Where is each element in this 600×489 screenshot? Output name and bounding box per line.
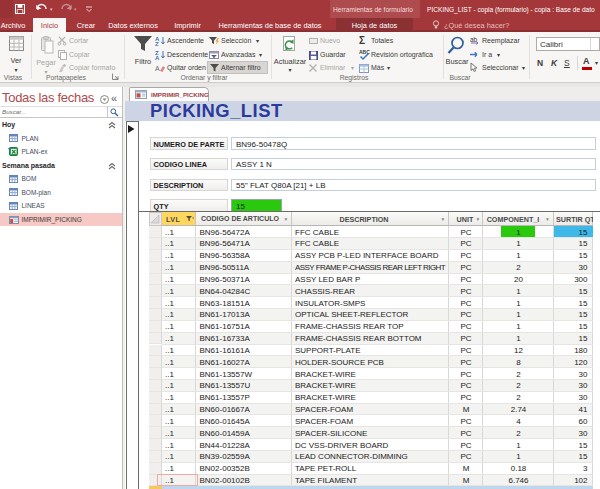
svg-text:Z: Z xyxy=(155,41,159,47)
svg-text:A: A xyxy=(155,65,160,72)
svg-text:A: A xyxy=(155,55,160,61)
